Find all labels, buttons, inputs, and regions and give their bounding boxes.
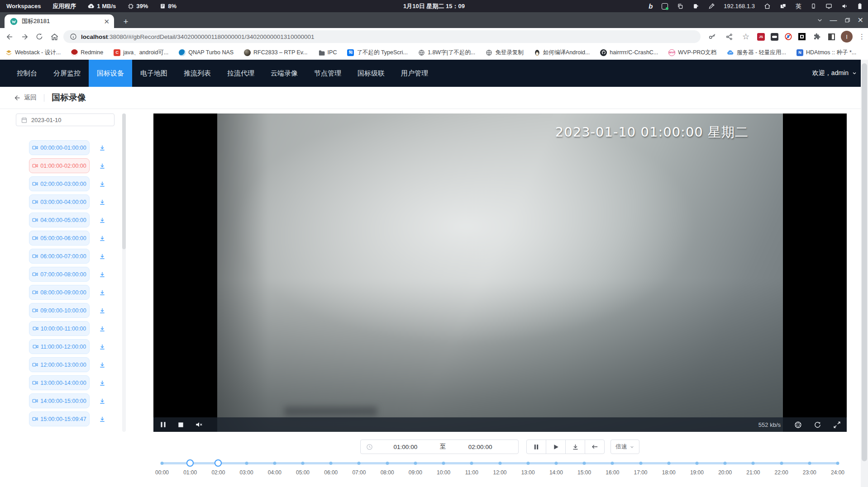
bookmark-wvp-doc[interactable]: WVP WVP-PRO文档	[668, 49, 716, 57]
download-icon[interactable]	[99, 307, 106, 314]
back-icon[interactable]	[4, 31, 15, 42]
download-icon[interactable]	[99, 217, 106, 224]
download-button[interactable]	[565, 440, 585, 454]
page-scrollbar[interactable]	[861, 60, 868, 487]
reading-mode-icon[interactable]	[828, 33, 835, 40]
bookmark-compile-android[interactable]: 如何编译Android...	[534, 49, 590, 57]
address-bar[interactable]: localhost:38080/#/gbRecordDetail/3402000…	[63, 30, 701, 43]
copy-icon[interactable]	[677, 3, 683, 9]
play-button[interactable]	[546, 440, 566, 454]
home-button-icon[interactable]	[49, 31, 60, 42]
bookmark-18w-article[interactable]: 1.8W字|了不起的...	[418, 49, 475, 57]
bookmark-hdatmos[interactable]: N HDAtmos :: 种子 *...	[796, 49, 856, 57]
bookmark-qnap[interactable]: QNAP Turbo NAS	[179, 49, 234, 56]
display-icon[interactable]	[825, 3, 832, 9]
download-icon[interactable]	[99, 397, 106, 405]
share-icon[interactable]	[724, 31, 734, 42]
bookmark-redmine[interactable]: Redmine	[71, 49, 103, 56]
bookmark-cloud-server[interactable]: 服务器 - 轻量应用...	[727, 49, 786, 57]
input-method-indicator[interactable]: 英	[796, 2, 801, 10]
timeline-start-handle[interactable]	[186, 459, 194, 467]
segment-button[interactable]: 15:00:00-15:09:47	[29, 411, 90, 426]
pause-button[interactable]	[526, 440, 546, 454]
new-tab-button[interactable]: +	[120, 16, 131, 27]
volume-icon[interactable]	[841, 3, 848, 9]
mute-icon[interactable]	[196, 421, 203, 428]
nav-item-gb-cascade[interactable]: 国标级联	[349, 60, 393, 87]
download-icon[interactable]	[99, 379, 106, 387]
timeline-end-handle[interactable]	[215, 459, 222, 467]
tab-search-chevron-icon[interactable]	[817, 17, 823, 23]
download-icon[interactable]	[99, 289, 106, 296]
minimize-window-icon[interactable]: —	[830, 16, 837, 24]
extensions-puzzle-icon[interactable]	[811, 31, 822, 42]
site-info-icon[interactable]	[70, 33, 77, 40]
download-icon[interactable]	[99, 271, 106, 278]
download-icon[interactable]	[99, 180, 106, 188]
download-icon[interactable]	[99, 162, 106, 170]
download-icon[interactable]	[99, 253, 106, 260]
nav-item-push-list[interactable]: 推流列表	[176, 60, 219, 87]
snapshot-aperture-icon[interactable]	[794, 421, 802, 429]
nav-item-node-manage[interactable]: 节点管理	[306, 60, 349, 87]
segment-button[interactable]: 06:00:00-07:00:00	[29, 249, 90, 264]
home-icon[interactable]	[764, 3, 771, 9]
download-icon[interactable]	[99, 416, 106, 423]
forward-icon[interactable]	[19, 31, 30, 42]
bookmark-copy-free[interactable]: 免登录复制	[486, 49, 524, 57]
download-icon[interactable]	[99, 199, 106, 206]
battery-icon[interactable]	[857, 3, 863, 9]
playback-timeline[interactable]: 00:00 01:00 02:00 03:00 04:00 05:00 06:0…	[162, 459, 838, 482]
bookmark-github-crash[interactable]: hairrrrr/C-CrashC...	[600, 49, 658, 56]
extension-js-icon[interactable]: JS	[757, 33, 765, 41]
app-b-icon[interactable]: b	[649, 2, 653, 10]
segment-button[interactable]: 11:00:00-12:00:00	[29, 339, 90, 354]
segment-button[interactable]: 12:00:00-13:00:00	[29, 357, 90, 372]
extension-dark-square-icon[interactable]	[798, 33, 806, 40]
back-button[interactable]: 返回	[14, 94, 37, 102]
segment-button[interactable]: 01:00:00-02:00:00	[29, 158, 90, 173]
nav-item-split-screen[interactable]: 分屏监控	[45, 60, 89, 87]
bookmark-webstack[interactable]: Webstack - 设计...	[5, 49, 61, 57]
maximize-window-icon[interactable]	[844, 17, 850, 23]
color-picker-icon[interactable]	[708, 3, 715, 9]
clock-indicator[interactable]: 1月10日 星期二 15：09	[403, 2, 465, 10]
refresh-icon[interactable]	[814, 421, 821, 429]
user-menu[interactable]: 欢迎，admin	[812, 69, 868, 77]
video-player[interactable]: 2023-01-10 01:00:00 星期二 552 kb/s	[153, 113, 847, 432]
browser-menu-icon[interactable]: ⋮	[858, 33, 865, 41]
nav-item-console[interactable]: 控制台	[9, 60, 45, 87]
nav-item-user-manage[interactable]: 用户管理	[393, 60, 436, 87]
date-picker[interactable]: 2023-01-10	[16, 113, 114, 126]
fullscreen-icon[interactable]	[833, 421, 841, 429]
segment-button[interactable]: 04:00:00-05:00:00	[29, 213, 90, 227]
reload-icon[interactable]	[34, 31, 45, 42]
segment-button[interactable]: 14:00:00-15:00:00	[29, 393, 90, 408]
applications-button[interactable]: 应用程序	[52, 2, 76, 10]
coffee-cup-icon[interactable]	[692, 3, 699, 9]
segment-button[interactable]: 02:00:00-03:00:00	[29, 176, 90, 191]
workspaces-button[interactable]: Workspaces	[6, 3, 41, 9]
download-icon[interactable]	[99, 325, 106, 332]
segment-button[interactable]: 13:00:00-14:00:00	[29, 375, 90, 390]
nav-item-e-map[interactable]: 电子地图	[132, 60, 176, 87]
download-icon[interactable]	[99, 343, 106, 350]
close-window-icon[interactable]: ✕	[858, 16, 863, 24]
page-scrollbar-thumb[interactable]	[862, 63, 867, 461]
download-icon[interactable]	[99, 361, 106, 369]
ip-address-indicator[interactable]: 192.168.1.3	[724, 3, 755, 9]
browser-tab[interactable]: 国标28181 ✕	[5, 14, 114, 28]
password-key-icon[interactable]	[707, 31, 718, 42]
extension-mask-icon[interactable]	[771, 33, 778, 41]
range-start-time[interactable]: 01:00:00	[373, 444, 438, 450]
seek-back-button[interactable]	[585, 440, 605, 454]
bookmark-rfc2833[interactable]: RFC2833 – RTP Ev...	[244, 49, 308, 56]
speed-select[interactable]: 倍速	[610, 440, 639, 454]
profile-avatar[interactable]: I	[841, 31, 853, 43]
tab-close-icon[interactable]: ✕	[104, 18, 110, 25]
segment-button[interactable]: 00:00:00-01:00:00	[29, 140, 90, 155]
extension-blocker-icon[interactable]	[784, 33, 792, 41]
segment-button[interactable]: 07:00:00-08:00:00	[29, 267, 90, 282]
phone-link-icon[interactable]	[811, 3, 816, 9]
download-icon[interactable]	[99, 235, 106, 242]
